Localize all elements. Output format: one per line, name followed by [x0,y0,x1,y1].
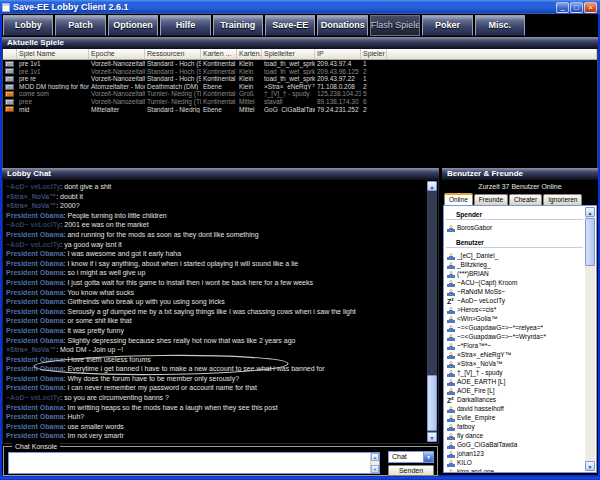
user-list-item[interactable]: ~=<GuapdawG=>~*=relyea=* [446,323,585,332]
scroll-down-icon[interactable]: ▼ [371,465,379,473]
user-list-item[interactable]: AOE_EARTH [L] [446,377,585,386]
users-tab-online[interactable]: Online [444,193,473,205]
game-row[interactable]: come somVorzeit-NanozeitalterTurnier- Ni… [3,90,597,98]
menu-tab-patch[interactable]: Patch [55,15,105,36]
game-row[interactable]: pre reVorzeit-NanozeitalterStandard - Ho… [3,75,597,83]
users-scrollbar-thumb[interactable] [585,218,595,266]
games-column-header-karten[interactable]: Karten ... [201,49,237,59]
user-list-item[interactable]: ×Stra×_NoVa™ [446,359,585,368]
users-tab-ignorieren[interactable]: Ignorieren [543,194,582,205]
users-scrollbar[interactable]: ▲ ▼ [585,207,595,471]
user-list-item[interactable]: david hasselhoff [446,404,585,413]
chat-username[interactable]: President Obama [6,413,64,420]
games-column-header-spiel-name[interactable]: Spiel Name [17,49,89,59]
chat-username[interactable]: ×Stra×_NoVa™ [6,193,56,200]
game-row[interactable]: pre 1v1Vorzeit-NanozeitalterStandard - H… [3,68,597,76]
chat-username[interactable]: ×Stra×_NoVa™ [6,202,56,209]
chat-username[interactable]: President Obama [6,231,64,238]
user-list-item[interactable]: BorosGabor [446,223,585,232]
chat-username[interactable]: President Obama [6,250,64,257]
user-list-item[interactable]: johan123 [446,449,585,458]
menu-tab-optionen[interactable]: Optionen [108,15,158,36]
chat-username[interactable]: President Obama [6,365,64,372]
chat-scrollbar-thumb[interactable] [427,375,437,431]
chat-username[interactable]: President Obama [6,337,64,344]
chat-username[interactable]: President Obama [6,308,64,315]
menu-tab-save-ee[interactable]: Save-EE [265,15,315,36]
user-list-item[interactable]: <Win>Golia™ [446,314,585,323]
chat-username[interactable]: President Obama [6,212,64,219]
user-list-item[interactable]: (***)BRIAN [446,269,585,278]
user-list-item[interactable]: AOE_Fire [L] [446,386,585,395]
user-list-item[interactable]: GoG_CiGaBalTawda [446,440,585,449]
chat-target-dropdown[interactable]: Chat ▼ [388,451,434,463]
scroll-down-icon[interactable]: ▼ [427,432,437,442]
chat-username[interactable]: President Obama [6,384,64,391]
chat-username[interactable]: President Obama [6,260,64,267]
chat-username[interactable]: President Obama [6,327,64,334]
games-column-header-spieler[interactable]: Spieler [361,49,387,59]
chat-username[interactable]: President Obama [6,279,64,286]
chat-username[interactable]: ~AoD~ veLocITy [6,183,60,190]
user-list-item[interactable]: ~*Flora™*~ [446,341,585,350]
scroll-down-icon[interactable]: ▼ [585,461,595,471]
chevron-down-icon[interactable]: ▼ [423,452,433,462]
user-list-item[interactable]: †_[V]_† - spudy [446,368,585,377]
chat-username[interactable]: President Obama [6,432,64,439]
menu-tab-flash-spiele[interactable]: Flash Spiele [370,15,420,36]
minimize-button[interactable]: – [556,2,569,13]
user-list-item[interactable]: _Blitzkrieg_ [446,260,585,269]
send-button[interactable]: Senden [388,465,434,476]
menu-tab-poker[interactable]: Poker [422,15,472,36]
games-column-header-spielleiter[interactable]: Spielleiter [262,49,315,59]
game-row[interactable]: MOD DM hosting for flora!!!Atomzeitalter… [3,83,597,91]
chat-username[interactable]: President Obama [6,298,64,305]
menu-tab-training[interactable]: Training [213,15,263,36]
scroll-up-icon[interactable]: ▲ [371,453,379,461]
chat-username[interactable]: President Obama [6,375,64,382]
chat-username[interactable]: President Obama [6,356,64,363]
games-column-header-ip[interactable]: IP [315,49,361,59]
menu-tab-misc[interactable]: Misc. [475,15,525,36]
user-list-item[interactable]: KILO [446,458,585,467]
chat-scrollbar[interactable]: ▲ ▼ [427,181,437,442]
close-button[interactable]: × [584,2,597,13]
user-list-item[interactable]: ×Stra×_eNeRgY™ [446,350,585,359]
chat-username[interactable]: ~AoD~ veLocITy [6,241,60,248]
chat-username[interactable]: ~AoD~ veLocITy [6,221,60,228]
scroll-up-icon[interactable]: ▲ [427,181,437,191]
chat-username[interactable]: President Obama [6,269,64,276]
menu-tab-hilfe[interactable]: Hilfe [160,15,210,36]
chat-username[interactable]: President Obama [6,317,64,324]
titlebar[interactable]: Save-EE Lobby Client 2.6.1 – □ × [0,0,600,14]
user-list-item[interactable]: ~RaNdM MoSs~ [446,287,585,296]
chat-input[interactable]: ▲ ▼ [8,452,380,474]
game-row[interactable]: midMittelalterStandard - Niedrig (SL)Ebe… [3,106,597,114]
maximize-button[interactable]: □ [570,2,583,13]
user-list-item[interactable]: ~=<GuapdawG=>~*=Wryrda=* [446,332,585,341]
game-row[interactable]: pre 1v1Vorzeit-NanozeitalterStandard - H… [3,60,597,68]
user-list-item[interactable]: fatboy [446,422,585,431]
user-list-item[interactable]: king and one [446,467,585,472]
user-list-item[interactable]: fly dance [446,431,585,440]
chat-username[interactable]: President Obama [6,423,64,430]
user-list-item[interactable]: >Heros<=cis* [446,305,585,314]
menu-tab-donations[interactable]: Donations [317,15,367,36]
menu-tab-lobby[interactable]: Lobby [3,15,53,36]
user-list-item[interactable]: ~ACU~(Capt) Kroom [446,278,585,287]
games-column-header-karten[interactable]: Karten... [237,49,262,59]
games-column-header-epoche[interactable]: Epoche [89,49,145,59]
user-list-item[interactable]: Zz~AoD~ veLocITy [446,296,585,305]
user-list-item[interactable]: Evile_Empire [446,413,585,422]
game-row[interactable]: preeVorzeit-NanozeitalterTurnier- Niedri… [3,98,597,106]
chat-username[interactable]: President Obama [6,289,64,296]
chat-username[interactable]: President Obama [6,404,64,411]
users-tab-freunde[interactable]: Freunde [474,194,508,205]
users-tab-cheater[interactable]: Cheater [509,194,542,205]
scroll-up-icon[interactable]: ▲ [585,207,595,217]
games-column-header-ressourcen[interactable]: Ressourcen [145,49,201,59]
user-list-item[interactable]: _[eC]_Daniel_ [446,251,585,260]
chat-username[interactable]: ×Stra×_NoVa™ [6,346,56,353]
chat-input-scrollbar[interactable]: ▲ ▼ [370,453,379,473]
user-list-item[interactable]: ZzDarkalliances [446,395,585,404]
